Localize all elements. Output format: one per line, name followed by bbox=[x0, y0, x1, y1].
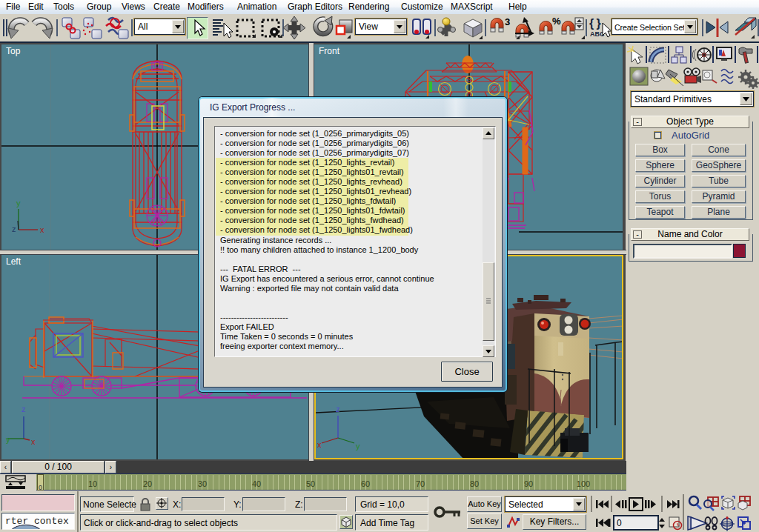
svg-text:40: 40 bbox=[252, 479, 261, 488]
svg-text:y: y bbox=[6, 435, 10, 444]
svg-text:%: % bbox=[552, 16, 561, 27]
svg-text:y: y bbox=[16, 199, 21, 207]
svg-text:20: 20 bbox=[143, 479, 152, 488]
svg-text:x: x bbox=[31, 437, 36, 446]
svg-text:x: x bbox=[40, 225, 44, 234]
svg-text:50: 50 bbox=[306, 479, 315, 488]
svg-text:z: z bbox=[21, 405, 26, 413]
svg-text:y: y bbox=[356, 442, 360, 450]
svg-text:30: 30 bbox=[198, 479, 207, 488]
svg-text:100: 100 bbox=[577, 479, 590, 488]
svg-text:10: 10 bbox=[88, 479, 97, 488]
svg-text:z: z bbox=[12, 225, 16, 233]
svg-text:{ }: { } bbox=[589, 17, 601, 30]
svg-text:70: 70 bbox=[416, 479, 425, 488]
svg-text:z: z bbox=[336, 405, 340, 413]
svg-text:3: 3 bbox=[505, 16, 510, 27]
svg-text:x: x bbox=[317, 440, 322, 449]
svg-text:90: 90 bbox=[524, 479, 533, 488]
svg-text:80: 80 bbox=[470, 479, 479, 488]
svg-text:60: 60 bbox=[361, 479, 370, 488]
svg-text:0: 0 bbox=[617, 518, 622, 528]
